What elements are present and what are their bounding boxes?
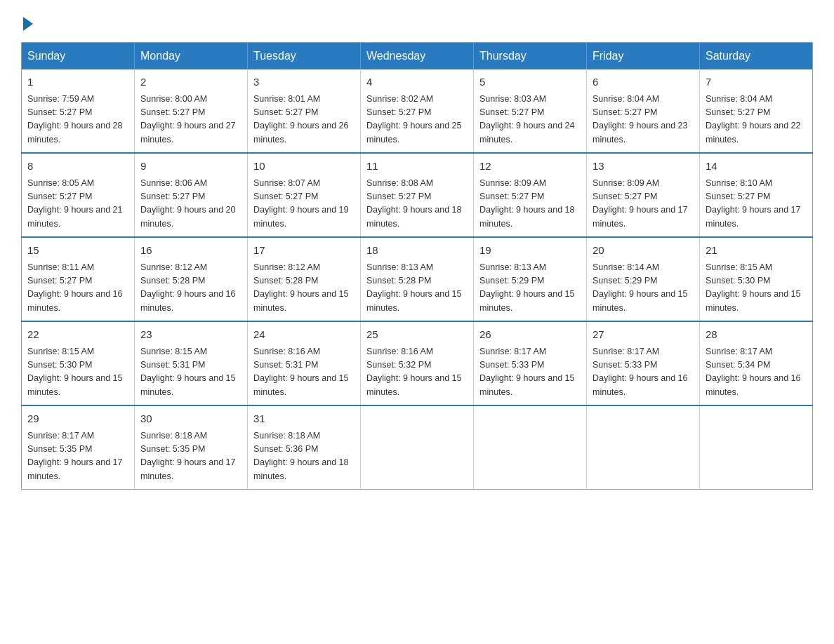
day-number: 24 bbox=[253, 327, 355, 343]
calendar-cell: 15Sunrise: 8:11 AMSunset: 5:27 PMDayligh… bbox=[22, 237, 135, 321]
calendar-cell bbox=[361, 405, 474, 490]
day-info: Sunrise: 8:17 AMSunset: 5:34 PMDaylight:… bbox=[706, 345, 807, 400]
day-info: Sunrise: 8:16 AMSunset: 5:32 PMDaylight:… bbox=[366, 345, 468, 400]
day-info: Sunrise: 8:17 AMSunset: 5:33 PMDaylight:… bbox=[593, 345, 694, 400]
calendar-cell: 13Sunrise: 8:09 AMSunset: 5:27 PMDayligh… bbox=[587, 153, 700, 237]
day-number: 27 bbox=[593, 327, 694, 343]
calendar-header-row: SundayMondayTuesdayWednesdayThursdayFrid… bbox=[22, 43, 813, 70]
day-info: Sunrise: 8:09 AMSunset: 5:27 PMDaylight:… bbox=[479, 177, 581, 232]
day-info: Sunrise: 8:03 AMSunset: 5:27 PMDaylight:… bbox=[479, 93, 581, 147]
day-number: 18 bbox=[366, 243, 468, 259]
day-info: Sunrise: 8:09 AMSunset: 5:27 PMDaylight:… bbox=[593, 177, 694, 232]
day-number: 28 bbox=[706, 327, 807, 343]
day-number: 19 bbox=[479, 243, 581, 259]
calendar-cell: 19Sunrise: 8:13 AMSunset: 5:29 PMDayligh… bbox=[474, 237, 587, 321]
calendar-cell: 22Sunrise: 8:15 AMSunset: 5:30 PMDayligh… bbox=[22, 321, 135, 405]
day-info: Sunrise: 8:05 AMSunset: 5:27 PMDaylight:… bbox=[27, 177, 128, 232]
calendar-cell: 26Sunrise: 8:17 AMSunset: 5:33 PMDayligh… bbox=[474, 321, 587, 405]
day-info: Sunrise: 8:04 AMSunset: 5:27 PMDaylight:… bbox=[593, 93, 694, 147]
day-number: 2 bbox=[140, 74, 241, 90]
day-number: 14 bbox=[706, 159, 807, 175]
day-info: Sunrise: 8:15 AMSunset: 5:30 PMDaylight:… bbox=[706, 261, 807, 316]
logo-arrow-icon bbox=[23, 17, 33, 31]
weekday-header-thursday: Thursday bbox=[474, 43, 587, 70]
day-number: 23 bbox=[140, 327, 241, 343]
day-info: Sunrise: 8:18 AMSunset: 5:35 PMDaylight:… bbox=[140, 429, 241, 484]
calendar-cell: 5Sunrise: 8:03 AMSunset: 5:27 PMDaylight… bbox=[474, 69, 587, 153]
logo bbox=[21, 14, 33, 31]
day-number: 31 bbox=[253, 411, 355, 427]
calendar-cell: 25Sunrise: 8:16 AMSunset: 5:32 PMDayligh… bbox=[361, 321, 474, 405]
calendar-week-3: 15Sunrise: 8:11 AMSunset: 5:27 PMDayligh… bbox=[22, 237, 813, 321]
day-info: Sunrise: 8:17 AMSunset: 5:35 PMDaylight:… bbox=[27, 429, 128, 484]
day-info: Sunrise: 8:08 AMSunset: 5:27 PMDaylight:… bbox=[366, 177, 468, 232]
day-info: Sunrise: 8:14 AMSunset: 5:29 PMDaylight:… bbox=[593, 261, 694, 316]
calendar-cell: 24Sunrise: 8:16 AMSunset: 5:31 PMDayligh… bbox=[248, 321, 361, 405]
day-info: Sunrise: 8:11 AMSunset: 5:27 PMDaylight:… bbox=[27, 261, 128, 316]
day-info: Sunrise: 8:17 AMSunset: 5:33 PMDaylight:… bbox=[479, 345, 581, 400]
calendar-cell: 28Sunrise: 8:17 AMSunset: 5:34 PMDayligh… bbox=[700, 321, 813, 405]
calendar-cell: 9Sunrise: 8:06 AMSunset: 5:27 PMDaylight… bbox=[135, 153, 248, 237]
calendar-cell: 1Sunrise: 7:59 AMSunset: 5:27 PMDaylight… bbox=[22, 69, 135, 153]
calendar-cell: 21Sunrise: 8:15 AMSunset: 5:30 PMDayligh… bbox=[700, 237, 813, 321]
day-number: 29 bbox=[27, 411, 128, 427]
calendar-cell: 10Sunrise: 8:07 AMSunset: 5:27 PMDayligh… bbox=[248, 153, 361, 237]
day-info: Sunrise: 8:15 AMSunset: 5:31 PMDaylight:… bbox=[140, 345, 241, 400]
calendar-table: SundayMondayTuesdayWednesdayThursdayFrid… bbox=[21, 42, 813, 490]
calendar-cell bbox=[700, 405, 813, 490]
day-info: Sunrise: 8:00 AMSunset: 5:27 PMDaylight:… bbox=[140, 93, 241, 147]
day-info: Sunrise: 8:15 AMSunset: 5:30 PMDaylight:… bbox=[27, 345, 128, 400]
calendar-cell: 17Sunrise: 8:12 AMSunset: 5:28 PMDayligh… bbox=[248, 237, 361, 321]
day-number: 8 bbox=[27, 159, 128, 175]
calendar-cell: 8Sunrise: 8:05 AMSunset: 5:27 PMDaylight… bbox=[22, 153, 135, 237]
calendar-cell: 4Sunrise: 8:02 AMSunset: 5:27 PMDaylight… bbox=[361, 69, 474, 153]
calendar-week-2: 8Sunrise: 8:05 AMSunset: 5:27 PMDaylight… bbox=[22, 153, 813, 237]
calendar-cell: 7Sunrise: 8:04 AMSunset: 5:27 PMDaylight… bbox=[700, 69, 813, 153]
day-number: 3 bbox=[253, 74, 355, 90]
calendar-cell: 18Sunrise: 8:13 AMSunset: 5:28 PMDayligh… bbox=[361, 237, 474, 321]
calendar-cell bbox=[587, 405, 700, 490]
day-number: 5 bbox=[479, 74, 581, 90]
weekday-header-tuesday: Tuesday bbox=[248, 43, 361, 70]
day-info: Sunrise: 8:07 AMSunset: 5:27 PMDaylight:… bbox=[253, 177, 355, 232]
calendar-cell: 31Sunrise: 8:18 AMSunset: 5:36 PMDayligh… bbox=[248, 405, 361, 490]
calendar-cell: 16Sunrise: 8:12 AMSunset: 5:28 PMDayligh… bbox=[135, 237, 248, 321]
day-info: Sunrise: 8:13 AMSunset: 5:28 PMDaylight:… bbox=[366, 261, 468, 316]
day-number: 26 bbox=[479, 327, 581, 343]
day-number: 25 bbox=[366, 327, 468, 343]
calendar-cell: 23Sunrise: 8:15 AMSunset: 5:31 PMDayligh… bbox=[135, 321, 248, 405]
day-number: 15 bbox=[27, 243, 128, 259]
day-number: 9 bbox=[140, 159, 241, 175]
day-number: 1 bbox=[27, 74, 128, 90]
day-info: Sunrise: 8:12 AMSunset: 5:28 PMDaylight:… bbox=[253, 261, 355, 316]
calendar-cell: 29Sunrise: 8:17 AMSunset: 5:35 PMDayligh… bbox=[22, 405, 135, 490]
day-info: Sunrise: 8:18 AMSunset: 5:36 PMDaylight:… bbox=[253, 429, 355, 484]
calendar-cell: 12Sunrise: 8:09 AMSunset: 5:27 PMDayligh… bbox=[474, 153, 587, 237]
day-number: 22 bbox=[27, 327, 128, 343]
day-info: Sunrise: 8:04 AMSunset: 5:27 PMDaylight:… bbox=[706, 93, 807, 147]
page-header bbox=[21, 14, 813, 31]
day-number: 11 bbox=[366, 159, 468, 175]
day-number: 12 bbox=[479, 159, 581, 175]
calendar-cell: 27Sunrise: 8:17 AMSunset: 5:33 PMDayligh… bbox=[587, 321, 700, 405]
calendar-cell: 2Sunrise: 8:00 AMSunset: 5:27 PMDaylight… bbox=[135, 69, 248, 153]
day-number: 17 bbox=[253, 243, 355, 259]
day-number: 4 bbox=[366, 74, 468, 90]
calendar-week-1: 1Sunrise: 7:59 AMSunset: 5:27 PMDaylight… bbox=[22, 69, 813, 153]
day-info: Sunrise: 8:13 AMSunset: 5:29 PMDaylight:… bbox=[479, 261, 581, 316]
calendar-cell: 30Sunrise: 8:18 AMSunset: 5:35 PMDayligh… bbox=[135, 405, 248, 490]
day-info: Sunrise: 8:02 AMSunset: 5:27 PMDaylight:… bbox=[366, 93, 468, 147]
weekday-header-monday: Monday bbox=[135, 43, 248, 70]
day-number: 20 bbox=[593, 243, 694, 259]
day-number: 10 bbox=[253, 159, 355, 175]
day-info: Sunrise: 8:12 AMSunset: 5:28 PMDaylight:… bbox=[140, 261, 241, 316]
calendar-cell: 6Sunrise: 8:04 AMSunset: 5:27 PMDaylight… bbox=[587, 69, 700, 153]
calendar-cell: 14Sunrise: 8:10 AMSunset: 5:27 PMDayligh… bbox=[700, 153, 813, 237]
day-number: 13 bbox=[593, 159, 694, 175]
calendar-week-4: 22Sunrise: 8:15 AMSunset: 5:30 PMDayligh… bbox=[22, 321, 813, 405]
day-info: Sunrise: 8:01 AMSunset: 5:27 PMDaylight:… bbox=[253, 93, 355, 147]
calendar-cell: 20Sunrise: 8:14 AMSunset: 5:29 PMDayligh… bbox=[587, 237, 700, 321]
day-number: 30 bbox=[140, 411, 241, 427]
day-number: 6 bbox=[593, 74, 694, 90]
day-number: 7 bbox=[706, 74, 807, 90]
